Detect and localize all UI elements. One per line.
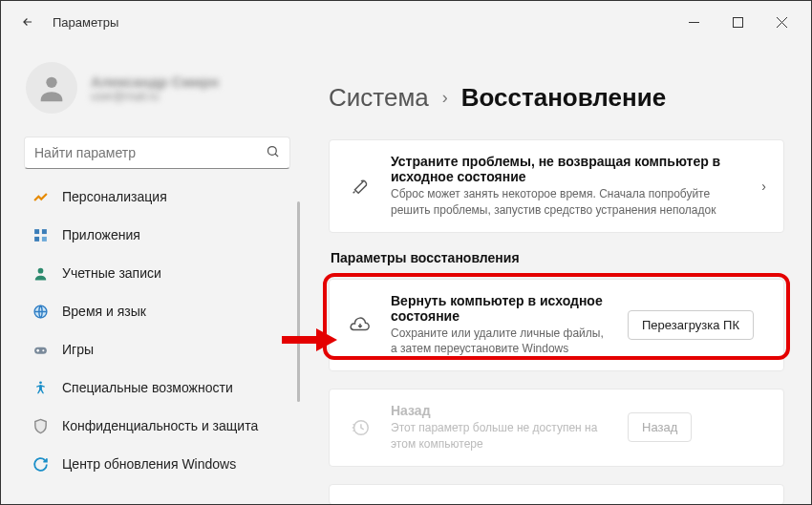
sidebar: Александр Смирн user@mail.ru Персонализа… — [1, 43, 302, 505]
svg-rect-1 — [733, 17, 742, 27]
go-back-card: Назад Этот параметр больше не доступен н… — [329, 389, 784, 467]
globe-icon — [32, 303, 49, 320]
search-icon — [266, 144, 280, 162]
svg-point-5 — [268, 146, 277, 155]
sidebar-item-label: Приложения — [62, 227, 140, 242]
svg-point-14 — [42, 349, 44, 351]
gamepad-icon — [32, 341, 49, 358]
svg-rect-16 — [36, 348, 37, 351]
svg-line-6 — [275, 154, 278, 157]
chevron-right-icon: › — [442, 88, 448, 108]
titlebar: Параметры — [1, 1, 811, 43]
card-desc: Сохраните или удалите личные файлы, а за… — [391, 326, 610, 358]
sidebar-item-label: Время и язык — [62, 304, 146, 319]
reset-pc-button[interactable]: Перезагрузка ПК — [628, 310, 754, 340]
profile-sub: user@mail.ru — [91, 90, 219, 103]
svg-rect-8 — [41, 229, 46, 234]
advanced-startup-card[interactable] — [329, 484, 784, 505]
card-title: Вернуть компьютер в исходное состояние — [391, 293, 610, 324]
main-content: Система › Восстановление Устраните пробл… — [302, 43, 811, 505]
svg-rect-9 — [34, 236, 39, 241]
breadcrumb: Система › Восстановление — [329, 83, 784, 113]
svg-point-17 — [39, 381, 42, 384]
apps-icon — [32, 226, 49, 243]
card-desc: Сброс может занять некоторое время. Снач… — [391, 186, 744, 219]
troubleshoot-card[interactable]: Устраните проблемы, не возвращая компьют… — [329, 139, 784, 233]
sidebar-item-gaming[interactable]: Игры — [20, 331, 292, 368]
avatar — [26, 62, 77, 114]
profile[interactable]: Александр Смирн user@mail.ru — [20, 53, 294, 131]
paintbrush-icon — [32, 188, 49, 205]
sidebar-item-label: Учетные записи — [62, 265, 161, 281]
back-button[interactable] — [20, 14, 35, 30]
sidebar-scrollbar[interactable] — [297, 201, 300, 402]
card-desc: Этот параметр больше не доступен на этом… — [391, 420, 610, 452]
card-title: Устраните проблемы, не возвращая компьют… — [391, 154, 744, 184]
shield-icon — [32, 417, 49, 434]
maximize-button[interactable] — [716, 7, 759, 37]
svg-point-11 — [37, 267, 43, 273]
close-button[interactable] — [759, 7, 803, 37]
search-box[interactable] — [24, 137, 290, 169]
sidebar-item-label: Игры — [62, 342, 94, 357]
history-icon — [347, 417, 374, 438]
search-input[interactable] — [34, 145, 266, 160]
reset-icon — [347, 314, 374, 335]
sidebar-item-apps[interactable]: Приложения — [20, 217, 292, 253]
breadcrumb-parent[interactable]: Система — [329, 83, 429, 113]
card-title: Назад — [391, 403, 610, 418]
reset-pc-card: Вернуть компьютер в исходное состояние С… — [329, 279, 784, 372]
section-title: Параметры восстановления — [331, 250, 782, 265]
minimize-button[interactable] — [672, 7, 716, 37]
sidebar-item-time-language[interactable]: Время и язык — [20, 293, 292, 329]
sidebar-item-accounts[interactable]: Учетные записи — [20, 255, 292, 291]
svg-rect-7 — [34, 229, 39, 234]
wrench-icon — [347, 176, 374, 197]
chevron-right-icon: › — [761, 179, 766, 194]
svg-rect-10 — [41, 236, 46, 241]
person-icon — [32, 264, 49, 282]
accessibility-icon — [32, 379, 49, 396]
profile-name: Александр Смирн — [91, 74, 219, 90]
sidebar-item-windows-update[interactable]: Центр обновления Windows — [20, 446, 292, 482]
svg-point-4 — [46, 77, 56, 88]
sidebar-item-accessibility[interactable]: Специальные возможности — [20, 369, 292, 406]
sidebar-item-personalization[interactable]: Персонализация — [20, 179, 292, 215]
go-back-button: Назад — [628, 412, 692, 442]
sidebar-item-privacy[interactable]: Конфиденциальность и защита — [20, 408, 292, 444]
sidebar-item-label: Конфиденциальность и защита — [62, 418, 258, 433]
window-title: Параметры — [53, 15, 118, 30]
page-title: Восстановление — [461, 83, 666, 113]
sidebar-item-label: Центр обновления Windows — [62, 456, 236, 472]
update-icon — [32, 455, 49, 473]
sidebar-item-label: Специальные возможности — [62, 380, 233, 395]
sidebar-item-label: Персонализация — [62, 189, 167, 204]
svg-rect-13 — [34, 347, 47, 353]
